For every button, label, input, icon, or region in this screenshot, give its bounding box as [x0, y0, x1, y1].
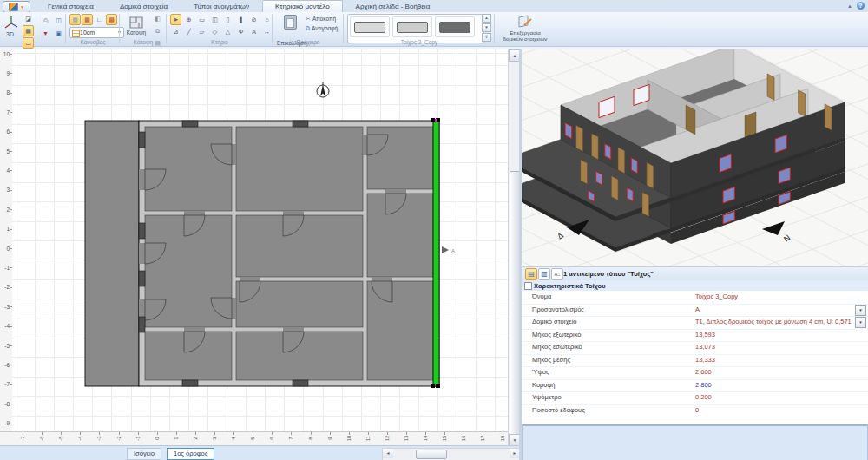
horizontal-scroll-thumb[interactable]: [416, 450, 447, 459]
edit-structural-elements-button[interactable]: Επεξεργασία δομικών στοιχείων: [500, 13, 550, 46]
floor-tab[interactable]: Ισόγειο: [127, 448, 161, 460]
cut-button[interactable]: ✂Αποκοπή: [306, 16, 338, 23]
grid-size-dropdown[interactable]: 10cm ▼: [69, 27, 124, 38]
building-tool-icon[interactable]: ▯: [222, 14, 233, 25]
ortho-icon[interactable]: ∟: [94, 14, 105, 25]
ribbon: 3D ◪ ▦ ▭ ⎙ ◫ ▼ ▣ ▦ ▩ ∟ ▩: [0, 12, 868, 47]
window-symbol[interactable]: [139, 223, 145, 239]
building-tool-icon[interactable]: ◫: [209, 14, 220, 25]
ribbon-tab[interactable]: Δομικά στοιχεία: [107, 0, 181, 12]
app-menu-button[interactable]: ▼: [3, 1, 30, 13]
shaded-view-button[interactable]: ▦: [23, 25, 34, 36]
window-symbol[interactable]: [139, 317, 145, 332]
alphabetical-sort-button[interactable]: ▥: [538, 268, 550, 280]
building-tool-icon[interactable]: A: [248, 26, 260, 37]
property-value[interactable]: 13,333: [695, 356, 854, 364]
building-tool-icon[interactable]: ▭: [196, 14, 207, 25]
section-icon[interactable]: ◧: [152, 13, 163, 24]
property-value[interactable]: Τ1, Διπλός δρομικός τοίχος με μόνωση 4 c…: [695, 318, 854, 325]
paste-button[interactable]: Επικόλληση: [276, 14, 304, 42]
window-symbol[interactable]: [139, 271, 145, 286]
property-dropdown-icon[interactable]: ▼: [855, 317, 866, 328]
group-wall-type-gallery: ▲ ▼ ⊽ Τοίχος 3_Copy: [345, 12, 493, 46]
window-symbol[interactable]: [182, 121, 198, 127]
pdf-export-icon[interactable]: ▼: [40, 28, 51, 39]
ribbon-tab[interactable]: Τύποι ανοιγμάτων: [181, 0, 262, 12]
property-value[interactable]: 2,600: [695, 368, 854, 376]
wall-type-swatch[interactable]: [392, 16, 432, 37]
grid-snap-icon[interactable]: ▩: [82, 14, 93, 25]
grid-toggle-icon[interactable]: ▦: [69, 14, 81, 25]
property-label: Ύψος: [532, 368, 549, 376]
3d-axes-icon[interactable]: [3, 15, 19, 30]
plan-view-button[interactable]: ▭: [23, 37, 34, 49]
3d-view[interactable]: ΔN: [522, 49, 868, 267]
building-tool-icon[interactable]: ⊘: [248, 14, 260, 25]
building-tool-icon[interactable]: ⊕: [183, 14, 194, 25]
window-symbol[interactable]: [293, 380, 308, 386]
ruler-number: -2: [116, 434, 122, 443]
elevation-icon[interactable]: ⧉: [152, 25, 163, 36]
wall-type-swatch[interactable]: [435, 16, 475, 37]
ribbon-tab[interactable]: Γενικά στοιχεία: [35, 0, 107, 12]
window-symbol[interactable]: [139, 132, 145, 148]
floor-tab[interactable]: 1ος όροφος: [167, 448, 214, 460]
building-tool-icon[interactable]: ╱: [183, 26, 194, 37]
building-tool-icon[interactable]: ❚: [235, 14, 247, 25]
print-preview-icon[interactable]: ◫: [53, 15, 64, 26]
ribbon-tab[interactable]: Κτηριακό μοντέλο: [262, 0, 343, 12]
property-label: Προσανατολισμός: [532, 306, 584, 313]
ruler-number: 10: [3, 51, 10, 57]
property-value[interactable]: 13,593: [695, 331, 854, 338]
ruler-number: 4: [231, 434, 236, 443]
scroll-left-icon[interactable]: ◄: [383, 449, 393, 458]
screen-capture-icon[interactable]: ▣: [53, 28, 64, 39]
floorplan-button[interactable]: Κάτοψη: [123, 14, 149, 42]
ribbon-collapse-icon[interactable]: ▲: [847, 3, 852, 9]
building-tool-icon[interactable]: △: [222, 26, 233, 37]
property-value[interactable]: Α: [695, 306, 854, 313]
edit-panel-icon: [516, 15, 534, 30]
wall-type-swatch[interactable]: [350, 16, 390, 37]
property-value[interactable]: Τοίχος 3_Copy: [695, 292, 854, 300]
categorized-button[interactable]: ▤: [525, 268, 537, 280]
group-label: Τοίχος 3_Copy: [345, 39, 493, 45]
window-symbol[interactable]: [293, 121, 308, 127]
vertical-scrollbar[interactable]: ▲ ▼: [508, 49, 520, 445]
ruler-number: 8: [308, 434, 313, 443]
building-tool-icon[interactable]: ⊿: [170, 26, 181, 37]
property-value[interactable]: 13,073: [695, 343, 854, 351]
building-tool-icon[interactable]: ▱: [196, 26, 207, 37]
property-value[interactable]: 0,200: [695, 393, 854, 401]
render-view-button[interactable]: ◪: [23, 13, 34, 24]
collapse-icon[interactable]: −: [524, 282, 532, 290]
building-tool-icon[interactable]: Φ: [235, 26, 247, 37]
property-dropdown-icon[interactable]: ▼: [855, 305, 866, 316]
window-symbol[interactable]: [182, 380, 198, 386]
gallery-down-icon[interactable]: ▼: [482, 23, 491, 32]
horizontal-scrollbar[interactable]: ◄ ►: [382, 448, 521, 460]
ruler-number: 7: [288, 434, 293, 443]
help-icon[interactable]: ?: [857, 2, 865, 10]
floorplan-canvas[interactable]: A: [12, 49, 508, 431]
building-tool-icon[interactable]: ➤: [170, 14, 181, 25]
gallery-up-icon[interactable]: ▲: [482, 14, 491, 23]
ruler-number: -4: [77, 434, 82, 443]
door-3d: [581, 160, 588, 184]
property-label: Όνομα: [532, 292, 551, 300]
building-tool-icon[interactable]: ◇: [209, 26, 220, 37]
sort-az-icon[interactable]: Α↓: [551, 268, 563, 280]
property-value[interactable]: 2,800: [695, 381, 854, 389]
window-3d: [605, 144, 611, 160]
wall-swatch-fill: [439, 22, 470, 33]
copy-button[interactable]: ⧉Αντιγραφή: [306, 25, 338, 32]
property-value[interactable]: 0: [695, 406, 854, 414]
selected-wall[interactable]: [433, 121, 439, 386]
app-logo-icon: [9, 3, 18, 11]
ruler-number: -3: [96, 434, 102, 443]
osnap-icon[interactable]: ▩: [106, 14, 117, 25]
print-icon[interactable]: ⎙: [40, 15, 51, 26]
ribbon-tab[interactable]: Αρχική σελίδα - Βοήθεια: [343, 0, 444, 12]
door-3d: [618, 148, 625, 174]
ruler-number: 3: [212, 434, 217, 443]
